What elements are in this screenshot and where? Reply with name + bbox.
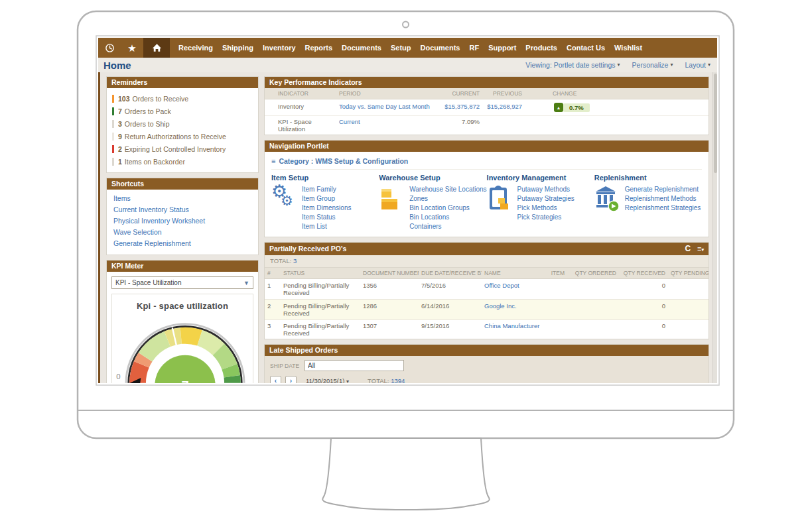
po-doc-number: 1286 xyxy=(360,300,419,320)
partially-received-pos-panel: Partially Received PO's C ≡▾ TOTAL: 3 # … xyxy=(264,242,709,339)
col-period: PERIOD xyxy=(336,88,437,99)
hamburger-icon: ≡ xyxy=(271,157,275,165)
reminder-item[interactable]: 9 Return Authorizations to Receive xyxy=(112,130,253,143)
reminder-bar-icon xyxy=(112,158,114,166)
shortcut-items[interactable]: Items xyxy=(113,193,251,204)
reminder-item[interactable]: 103 Orders to Receive xyxy=(112,92,253,105)
app-screen: ★ Receiving Shipping Inventory Reports D… xyxy=(98,38,717,383)
home-button[interactable] xyxy=(143,38,170,58)
reminder-label: Return Authorizations to Receive xyxy=(125,133,226,141)
next-page-button[interactable]: › xyxy=(285,376,297,383)
link-putaway-methods[interactable]: Putaway Methods xyxy=(517,185,575,194)
prev-page-button[interactable]: ‹ xyxy=(270,376,281,383)
po-due-date: 6/14/2016 xyxy=(419,300,482,320)
po-qty-ordered xyxy=(567,279,619,299)
link-item-status[interactable]: Item Status xyxy=(302,213,351,222)
group-inventory-management: Inventory Management xyxy=(487,174,594,231)
up-arrow-icon: ▲ xyxy=(554,103,563,112)
refresh-icon[interactable]: C xyxy=(685,244,691,253)
nav-item-documents-2[interactable]: Documents xyxy=(421,44,460,52)
po-vendor-link[interactable]: China Manufacturer xyxy=(482,320,545,339)
shortcut-physical-inventory-worksheet[interactable]: Physical Inventory Worksheet xyxy=(113,215,251,227)
reminder-label: Orders to Ship xyxy=(125,120,170,128)
vertical-scrollbar[interactable] xyxy=(712,72,717,383)
reminder-item[interactable]: 3 Orders to Ship xyxy=(112,117,253,130)
link-putaway-strategies[interactable]: Putaway Strategies xyxy=(517,194,575,204)
kpi-period[interactable]: Today vs. Same Day Last Month xyxy=(336,99,437,115)
link-pick-methods[interactable]: Pick Methods xyxy=(517,204,575,213)
scrollbar-thumb[interactable] xyxy=(714,74,717,173)
po-vendor-link[interactable]: Google Inc. xyxy=(482,300,545,320)
nav-item-setup[interactable]: Setup xyxy=(391,44,411,52)
link-generate-replenishment[interactable]: Generate Replenishment xyxy=(625,185,701,194)
favorites-button[interactable]: ★ xyxy=(121,38,143,58)
po-vendor-link[interactable]: Office Depot xyxy=(482,279,545,299)
nav-item-contact-us[interactable]: Contact Us xyxy=(567,44,605,52)
po-doc-number: 1307 xyxy=(360,320,419,339)
reminders-title: Reminders xyxy=(111,78,147,86)
nav-item-support[interactable]: Support xyxy=(488,44,516,52)
link-containers[interactable]: Containers xyxy=(409,222,486,231)
po-qty-received: 0 xyxy=(619,300,668,320)
kpi-change-value: 0.7% xyxy=(563,103,590,112)
nav-item-wishlist[interactable]: Wishlist xyxy=(614,44,642,52)
page: ★ Receiving Shipping Inventory Reports D… xyxy=(0,0,812,525)
category-label: Category : WMS Setup & Configuration xyxy=(279,157,408,165)
po-status: Pending Billing/Partially Received xyxy=(281,279,360,299)
col-qty-received: QTY RECEIVED xyxy=(619,268,668,278)
link-item-dimensions[interactable]: Item Dimensions xyxy=(302,204,351,213)
right-column: Key Performance Indicators INDICATOR PER… xyxy=(264,76,709,383)
link-pick-strategies[interactable]: Pick Strategies xyxy=(517,213,575,222)
kpi-meter-body: KPI - Space Utilization ▼ Kpi - space ut… xyxy=(107,272,258,383)
link-warehouse-site-locations[interactable]: Warehouse Site Locations xyxy=(409,185,486,194)
reminder-item[interactable]: 7 Orders to Pack xyxy=(112,105,253,117)
kpi-current[interactable]: $15,375,872 xyxy=(437,99,482,115)
reminder-count: 2 xyxy=(118,145,122,153)
ship-date-input[interactable] xyxy=(304,360,404,371)
link-item-group[interactable]: Item Group xyxy=(302,194,351,204)
nav-item-receiving[interactable]: Receiving xyxy=(178,44,213,52)
shortcut-current-inventory-status[interactable]: Current Inventory Status xyxy=(113,204,251,215)
link-item-list[interactable]: Item List xyxy=(302,222,351,231)
col-num: # xyxy=(265,268,281,278)
kpi-select[interactable]: KPI - Space Utilization ▼ xyxy=(111,276,253,289)
shortcut-generate-replenishment[interactable]: Generate Replenishment xyxy=(113,238,251,249)
kpi-period[interactable]: Current xyxy=(336,116,437,135)
reminder-bar-icon xyxy=(112,95,114,103)
reminder-item[interactable]: 1 Items on Backorder xyxy=(112,155,253,168)
page-select[interactable]: 11/30/2015(1) ▾ xyxy=(306,377,349,383)
link-bin-locations[interactable]: Bin Locations xyxy=(409,213,486,222)
link-replenishment-methods[interactable]: Replenishment Methods xyxy=(625,194,701,204)
panel-menu-icon[interactable]: ≡▾ xyxy=(697,245,704,253)
reminder-count: 9 xyxy=(118,133,122,141)
viewing-dropdown[interactable]: Viewing: Portlet date settings ▾ xyxy=(525,61,620,69)
nav-item-shipping[interactable]: Shipping xyxy=(222,44,253,52)
nav-item-reports[interactable]: Reports xyxy=(305,44,333,52)
page-header: Home Viewing: Portlet date settings ▾ Pe… xyxy=(98,58,717,72)
link-replenishment-strategies[interactable]: Replenishment Strategies xyxy=(625,204,701,213)
po-item xyxy=(545,279,567,299)
nav-item-documents[interactable]: Documents xyxy=(342,44,381,52)
link-item-family[interactable]: Item Family xyxy=(302,185,351,194)
nav-item-inventory[interactable]: Inventory xyxy=(263,44,296,52)
reminder-item[interactable]: 2 Expiring Lot Controlled Inventory xyxy=(112,143,253,155)
nav-item-products[interactable]: Products xyxy=(525,44,557,52)
col-document-number: DOCUMENT NUMBER xyxy=(360,268,419,278)
personalize-dropdown[interactable]: Personalize ▾ xyxy=(632,61,673,69)
kpi-previous[interactable]: $15,268,927 xyxy=(482,99,525,115)
shortcut-wave-selection[interactable]: Wave Selection xyxy=(113,227,251,238)
category-row[interactable]: ≡ Category : WMS Setup & Configuration xyxy=(271,156,702,170)
chevron-down-icon: ▾ xyxy=(708,62,710,68)
layout-dropdown[interactable]: Layout ▾ xyxy=(685,61,710,69)
po-panel-header: Partially Received PO's C ≡▾ xyxy=(265,243,709,255)
col-status: STATUS xyxy=(281,268,360,278)
link-bin-location-groups[interactable]: Bin Location Groups xyxy=(409,204,486,213)
clipboard-icon xyxy=(487,185,513,222)
recent-history-button[interactable] xyxy=(98,38,121,58)
left-column: Reminders 103 Orders to Receive 7 Orders… xyxy=(106,76,259,383)
gauge-title: Kpi - space utilization xyxy=(115,301,250,311)
layout-label: Layout xyxy=(685,61,706,69)
late-shipped-orders-panel: Late Shipped Orders SHIP DATE ‹ › 11/30/… xyxy=(264,344,709,383)
nav-item-rf[interactable]: RF xyxy=(469,44,479,52)
link-zones[interactable]: Zones xyxy=(409,194,486,204)
